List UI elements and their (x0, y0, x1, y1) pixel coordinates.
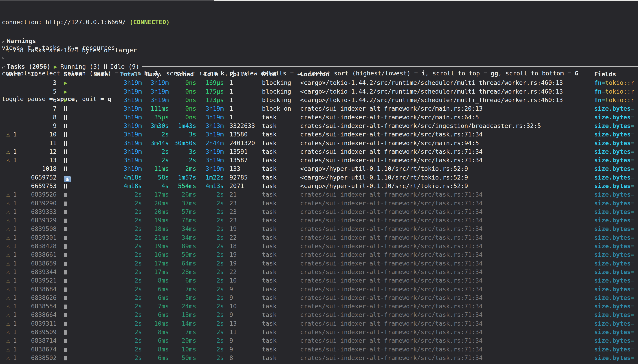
cell-kind: task (262, 130, 300, 139)
cell-total: 3h19m (109, 78, 142, 87)
col-header-idle[interactable]: Idle (196, 70, 224, 78)
table-row[interactable]: 66597534m18s4s554ms4m13s2071task<cargo>/… (3, 182, 638, 190)
warn-count: 1 (13, 216, 16, 225)
cell-idle: 2s (196, 345, 224, 354)
col-header-id[interactable]: ID (24, 70, 56, 78)
table-row[interactable]: ⚠168386742s8ms10ms2s9taskcrates/sui-inde… (3, 345, 638, 354)
table-row[interactable]: 6▶3h19m3h19m0ns123µs1blocking<cargo>/tok… (3, 96, 638, 104)
cell-id: 6659752 (24, 173, 56, 182)
cell-total: 2s (109, 276, 142, 285)
cell-total: 3h19m (109, 87, 142, 96)
cell-kind: task (262, 328, 300, 336)
table-row[interactable]: 93h19m3m30s1m43s3h13m3322633taskcrates/s… (3, 122, 638, 130)
table-row[interactable]: 73h19m111ms0ns3h19m1block_oncrates/sui-i… (3, 104, 638, 113)
table-row[interactable]: ⚠168385022s6ms50ms2s8taskcrates/sui-inde… (3, 354, 638, 362)
col-header-busy[interactable]: Busy (142, 70, 169, 78)
table-row[interactable]: ⚠168395212s8ms6ms2s10taskcrates/sui-inde… (3, 276, 638, 285)
cell-state (56, 319, 86, 328)
table-row[interactable]: ⚠168395262s17ms26ms2s21taskcrates/sui-in… (3, 190, 638, 199)
cell-fields: size.bytes= (594, 182, 638, 190)
cell-id: 6839290 (24, 199, 56, 208)
warning-icon: ⚠ (6, 354, 10, 362)
table-row[interactable]: ⚠168387142s6ms20ms2s9taskcrates/sui-inde… (3, 336, 638, 345)
cell-sched: 57ms (169, 208, 196, 216)
cell-polls: 1 (224, 104, 262, 113)
cell-state (56, 113, 86, 122)
table-row[interactable]: ⚠168393292s19ms78ms2s23taskcrates/sui-in… (3, 216, 638, 225)
cell-location: crates/sui-indexer-alt-framework/src/mai… (300, 104, 594, 113)
col-header-total-sorted[interactable]: Total▿ (109, 70, 142, 78)
warn-count: 1 (13, 208, 16, 216)
warn-count: 1 (13, 302, 16, 310)
table-row[interactable]: ⚠168393012s21ms34ms2s22taskcrates/sui-in… (3, 234, 638, 242)
cell-total: 2s (109, 328, 142, 336)
cell-fields: size.bytes= (594, 173, 638, 182)
table-row[interactable]: ⚠168392902s20ms37ms2s23taskcrates/sui-in… (3, 199, 638, 207)
cell-polls: 23 (224, 208, 262, 216)
cell-idle: 4m13s (196, 182, 224, 190)
cell-kind: task (262, 310, 300, 319)
stopped-icon (64, 322, 67, 326)
warn-count: 1 (13, 148, 16, 156)
table-row[interactable]: 113h19m3m44s30m50s2h44m2401320taskcrates… (3, 139, 638, 147)
cell-fields: size.bytes= (594, 345, 638, 354)
cell-kind: task (262, 156, 300, 164)
cell-state (56, 208, 86, 216)
cell-polls: 13 (224, 319, 262, 328)
col-header-sched[interactable]: Sched (169, 70, 196, 78)
cell-warn: ⚠1 (3, 190, 24, 199)
cell-fields: size.bytes= (594, 122, 638, 130)
cell-warn: ⚠1 (3, 302, 24, 310)
cell-total: 4m18s (109, 173, 142, 182)
table-row[interactable]: ⚠168395092s8ms7ms2s11taskcrates/sui-inde… (3, 328, 638, 336)
table-row[interactable]: ⚠168384282s19ms89ms2s18taskcrates/sui-in… (3, 242, 638, 250)
table-row[interactable]: 10183h19m11ms2ms3h19m133task<cargo>/hype… (3, 164, 638, 173)
cell-total: 3h19m (109, 113, 142, 122)
table-row[interactable]: ⚠168393442s17ms28ms2s22taskcrates/sui-in… (3, 268, 638, 276)
cell-polls: 2071 (224, 182, 262, 190)
cell-warn: ⚠1 (3, 199, 24, 208)
col-header-kind[interactable]: Kind (262, 70, 300, 78)
warning-icon: ⚠ (6, 208, 10, 216)
table-row[interactable]: ⚠168385542s7ms24ms2s10taskcrates/sui-ind… (3, 302, 638, 310)
tokio-console-terminal: connection: http://127.0.0.1:6669/ (CONN… (0, 0, 638, 364)
pause-icon (64, 184, 67, 188)
col-header-polls[interactable]: Polls (224, 70, 262, 78)
table-row[interactable]: 83h19m35µs0ns3h19m1taskcrates/sui-indexe… (3, 113, 638, 122)
pause-icon (64, 115, 67, 120)
cell-polls: 9 (224, 310, 262, 319)
cell-kind: task (262, 113, 300, 122)
cell-fields: fn=tokio::r (594, 87, 638, 96)
cell-total: 2s (109, 250, 142, 259)
table-row[interactable]: ⚠168395082s18ms34ms2s19taskcrates/sui-in… (3, 225, 638, 233)
table-row[interactable]: ⚠168386262s6ms5ms2s9taskcrates/sui-index… (3, 294, 638, 302)
table-row[interactable]: ⚠168386642s6ms13ms2s9taskcrates/sui-inde… (3, 310, 638, 319)
cell-kind: task (262, 354, 300, 362)
cell-total: 2s (109, 319, 142, 328)
col-header-location[interactable]: Location (300, 70, 594, 78)
col-header-state[interactable]: State (56, 70, 86, 78)
table-row[interactable]: 66597524m18s58s1m57s1m22s92785task<cargo… (3, 173, 638, 182)
table-row[interactable]: ⚠168386842s6ms7ms2s9taskcrates/sui-index… (3, 285, 638, 293)
table-row[interactable]: 5▶3h19m3h19m0ns175µs1blocking<cargo>/tok… (3, 87, 638, 96)
cell-sched: 24ms (169, 302, 196, 310)
cell-location: <cargo>/hyper-util-0.1.10/src/rt/tokio.r… (300, 164, 594, 173)
table-row[interactable]: ⚠1103h19m2s3s3h19m13580taskcrates/sui-in… (3, 130, 638, 139)
table-row[interactable]: ⚠168393332s20ms57ms2s23taskcrates/sui-in… (3, 208, 638, 216)
table-row[interactable]: ⚠168386592s17ms64ms2s19taskcrates/sui-in… (3, 259, 638, 268)
table-row[interactable]: ⚠1123h19m2s3s3h19m13591taskcrates/sui-in… (3, 148, 638, 156)
table-row[interactable]: ⚠1133h19m2s2s3h19m13587taskcrates/sui-in… (3, 156, 638, 164)
cell-kind: task (262, 268, 300, 276)
warn-count: 1 (13, 156, 16, 164)
table-row[interactable]: ⚠168386612s16ms50ms2s19taskcrates/sui-in… (3, 250, 638, 259)
table-row[interactable]: ⚠168393112s10ms14ms2s13taskcrates/sui-in… (3, 319, 638, 328)
cell-kind: task (262, 208, 300, 216)
col-header-name[interactable]: Name (86, 70, 109, 78)
cell-busy: 17ms (142, 268, 169, 276)
col-header-fields[interactable]: Fields (594, 70, 638, 78)
cell-total: 3h19m (109, 104, 142, 113)
table-header-row: Warn ID State Name Total▿ Busy Sched Idl… (3, 70, 638, 78)
col-header-warn[interactable]: Warn (3, 70, 24, 78)
cell-state (56, 234, 86, 242)
table-row[interactable]: 3▶3h19m3h19m0ns169µs1blocking<cargo>/tok… (3, 78, 638, 87)
